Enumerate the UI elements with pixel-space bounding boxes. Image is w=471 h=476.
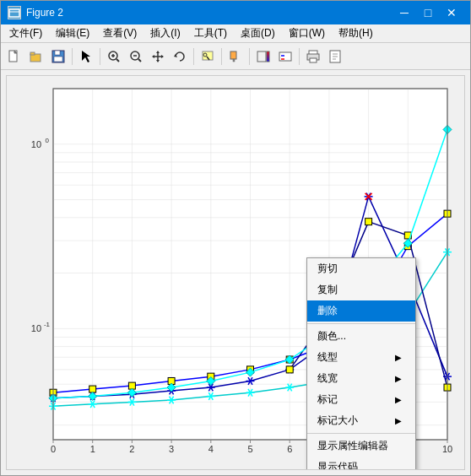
zoom-in-button[interactable] — [104, 46, 124, 67]
menu-edit[interactable]: 编辑(E) — [49, 24, 96, 42]
sep1 — [72, 48, 73, 65]
open-button[interactable] — [26, 46, 46, 67]
menu-insert[interactable]: 插入(I) — [143, 24, 187, 42]
sep6 — [299, 48, 300, 65]
insert-legend[interactable] — [275, 46, 295, 67]
svg-marker-20 — [161, 55, 164, 58]
title-controls: ─ □ ✕ — [392, 1, 463, 24]
menu-desktop[interactable]: 桌面(D) — [234, 24, 282, 42]
svg-rect-7 — [55, 51, 60, 55]
ctx-code[interactable]: 显示代码 — [307, 457, 415, 470]
ctx-properties[interactable]: 显示属性编辑器 — [307, 435, 415, 457]
markersize-arrow: ▶ — [395, 416, 402, 425]
svg-rect-25 — [230, 51, 236, 59]
window-icon — [8, 6, 21, 19]
content-area: 剪切 复制 删除 颜色... 线型 ▶ 线宽 ▶ 标记 ▶ 标记大小 ▶ 显示属… — [1, 70, 470, 475]
insert-colorbar[interactable] — [253, 46, 273, 67]
pointer-button[interactable] — [76, 46, 96, 67]
ctx-color[interactable]: 颜色... — [307, 326, 415, 347]
menu-file[interactable]: 文件(F) — [3, 24, 49, 42]
svg-marker-18 — [156, 60, 160, 62]
minimize-button[interactable]: ─ — [392, 1, 416, 24]
print-preview[interactable] — [325, 46, 345, 67]
sep3 — [193, 48, 194, 65]
datacursor-button[interactable] — [198, 46, 218, 67]
ctx-cut[interactable]: 剪切 — [307, 258, 415, 279]
menubar: 文件(F) 编辑(E) 查看(V) 插入(I) 工具(T) 桌面(D) 窗口(W… — [1, 24, 470, 43]
svg-rect-8 — [54, 57, 62, 62]
linestyle-arrow: ▶ — [395, 353, 402, 362]
window-title: Figure 2 — [26, 7, 63, 19]
svg-marker-17 — [156, 51, 160, 53]
menu-window[interactable]: 窗口(W) — [282, 24, 332, 42]
ctx-delete[interactable]: 删除 — [307, 300, 415, 322]
menu-help[interactable]: 帮助(H) — [332, 24, 380, 42]
rotate-button[interactable] — [170, 46, 190, 67]
print-button[interactable] — [303, 46, 323, 67]
title-bar: Figure 2 ─ □ ✕ — [1, 1, 470, 24]
pan-button[interactable] — [148, 46, 168, 67]
ctx-linewidth[interactable]: 线宽 ▶ — [307, 368, 415, 389]
svg-rect-34 — [310, 58, 317, 62]
ctx-sep2 — [307, 433, 415, 434]
sep4 — [221, 48, 222, 65]
menu-tools[interactable]: 工具(T) — [187, 24, 234, 42]
svg-marker-19 — [152, 55, 154, 58]
new-button[interactable] — [4, 46, 24, 67]
svg-rect-26 — [233, 59, 235, 62]
title-left: Figure 2 — [8, 6, 63, 19]
ctx-copy[interactable]: 复制 — [307, 279, 415, 300]
sep2 — [100, 48, 100, 65]
main-window: Figure 2 ─ □ ✕ 文件(F) 编辑(E) 查看(V) 插入(I) 工… — [0, 0, 471, 476]
maximize-button[interactable]: □ — [416, 1, 440, 24]
svg-rect-0 — [9, 9, 19, 17]
svg-rect-27 — [257, 51, 266, 62]
toolbar — [1, 43, 470, 70]
brush-button[interactable] — [225, 46, 246, 67]
sep5 — [249, 48, 250, 65]
svg-rect-5 — [30, 52, 35, 55]
svg-line-16 — [138, 59, 141, 62]
plot-area[interactable]: 剪切 复制 删除 颜色... 线型 ▶ 线宽 ▶ 标记 ▶ 标记大小 ▶ 显示属… — [6, 75, 465, 470]
close-button[interactable]: ✕ — [440, 1, 463, 24]
context-menu: 剪切 复制 删除 颜色... 线型 ▶ 线宽 ▶ 标记 ▶ 标记大小 ▶ 显示属… — [306, 257, 416, 470]
marker-arrow: ▶ — [395, 395, 402, 404]
menu-view[interactable]: 查看(V) — [96, 24, 143, 42]
svg-rect-28 — [267, 51, 269, 62]
ctx-markersize[interactable]: 标记大小 ▶ — [307, 410, 415, 431]
linewidth-arrow: ▶ — [395, 374, 402, 383]
svg-line-13 — [116, 59, 119, 62]
zoom-out-button[interactable] — [126, 46, 146, 67]
ctx-marker[interactable]: 标记 ▶ — [307, 389, 415, 410]
ctx-linestyle[interactable]: 线型 ▶ — [307, 347, 415, 368]
save-button[interactable] — [48, 46, 68, 67]
svg-marker-9 — [82, 51, 90, 62]
ctx-sep1 — [307, 323, 415, 324]
